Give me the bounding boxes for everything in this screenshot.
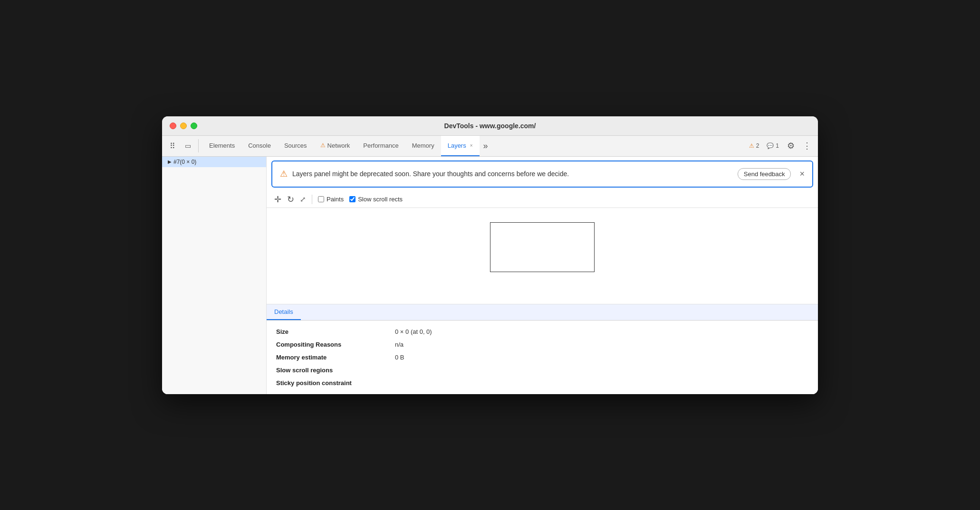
tab-actions: ⚠ 2 💬 1 ⚙ ⋮ [746,139,814,153]
detail-row-sticky: Sticky position constraint [276,377,808,389]
window-title: DevTools - www.google.com/ [444,122,536,130]
tab-memory-label: Memory [412,142,434,149]
more-options-button[interactable]: ⋮ [800,139,814,153]
banner-warning-icon: ⚠ [280,169,288,179]
layers-sidebar: ▶ #7(0 × 0) [162,157,267,394]
minimize-button[interactable] [180,123,187,129]
banner-message: Layers panel might be deprecated soon. S… [292,170,733,178]
detail-row-compositing: Compositing Reasons n/a [276,338,808,351]
banner-close-button[interactable]: × [799,169,805,179]
tab-sources[interactable]: Sources [278,135,314,156]
tab-console-label: Console [248,142,271,149]
detail-label-memory: Memory estimate [276,354,395,361]
maximize-button[interactable] [191,123,197,129]
main-content: ▶ #7(0 × 0) ⚠ Layers panel might be depr… [162,157,818,394]
detail-label-slow-scroll: Slow scroll regions [276,367,395,374]
details-section: Details [267,304,818,321]
network-warning-icon: ⚠ [320,142,326,149]
tab-layers-close[interactable]: × [470,143,473,148]
device-icon: ▭ [185,142,191,150]
layer-item-label: #7(0 × 0) [173,159,196,165]
tab-network[interactable]: ⚠ Network [314,135,357,156]
more-tabs-icon: » [483,141,488,151]
tab-layers[interactable]: Layers × [441,135,480,156]
tab-elements-label: Elements [209,142,235,149]
tab-layers-label: Layers [448,142,466,149]
detail-label-size: Size [276,328,395,335]
detail-value-size: 0 × 0 (at 0, 0) [395,328,432,335]
title-bar: DevTools - www.google.com/ [162,116,818,136]
warning-badge-count: 2 [756,142,759,149]
slow-scroll-label: Slow scroll rects [358,196,403,203]
traffic-lights [170,123,197,129]
selector-icon-button[interactable]: ⠿ [166,139,179,152]
detail-row-memory: Memory estimate 0 B [276,351,808,364]
tab-console[interactable]: Console [241,135,278,156]
more-options-icon: ⋮ [803,141,811,151]
tab-icon-group: ⠿ ▭ [166,139,199,152]
panel-area: ⚠ Layers panel might be deprecated soon.… [267,157,818,394]
info-badge-icon: 💬 [767,142,774,149]
slow-scroll-checkbox[interactable] [349,196,355,202]
tab-memory[interactable]: Memory [405,135,441,156]
info-badge-count: 1 [776,142,779,149]
tab-performance[interactable]: Performance [356,135,405,156]
detail-row-slow-scroll: Slow scroll regions [276,364,808,377]
layers-toolbar: ✛ ↻ ⤢ Paints Slow scroll rects [267,191,818,208]
detail-row-size: Size 0 × 0 (at 0, 0) [276,325,808,338]
tab-elements[interactable]: Elements [202,135,241,156]
detail-label-sticky: Sticky position constraint [276,379,395,387]
tab-network-label: Network [327,142,350,149]
warning-badge[interactable]: ⚠ 2 [746,142,762,150]
settings-button[interactable]: ⚙ [784,139,798,153]
toolbar-divider [312,195,312,204]
paints-checkbox[interactable] [318,196,324,202]
paints-checkbox-label[interactable]: Paints [318,196,344,203]
warning-badge-icon: ⚠ [749,142,754,149]
move-tool-icon[interactable]: ✛ [274,194,281,205]
details-tab[interactable]: Details [267,304,301,320]
settings-icon: ⚙ [787,141,795,151]
paints-label: Paints [327,196,344,203]
device-icon-button[interactable]: ▭ [181,139,194,152]
close-button[interactable] [170,123,176,129]
details-table: Size 0 × 0 (at 0, 0) Compositing Reasons… [267,321,818,394]
layer-arrow-icon: ▶ [168,159,172,164]
more-tabs-button[interactable]: » [480,141,492,151]
tab-bar: ⠿ ▭ Elements Console Sources ⚠ Network P… [162,136,818,157]
layer-visualization-box [490,222,595,272]
info-badge[interactable]: 💬 1 [764,142,782,150]
tab-sources-label: Sources [284,142,307,149]
selector-icon: ⠿ [170,142,175,151]
canvas-area [267,208,818,304]
devtools-window: DevTools - www.google.com/ ⠿ ▭ Elements … [162,116,818,394]
slow-scroll-checkbox-label[interactable]: Slow scroll rects [349,196,403,203]
rotate-tool-icon[interactable]: ↻ [287,194,294,205]
detail-label-compositing: Compositing Reasons [276,341,395,348]
deprecation-banner: ⚠ Layers panel might be deprecated soon.… [271,161,813,188]
tab-performance-label: Performance [363,142,398,149]
fit-tool-icon[interactable]: ⤢ [300,195,306,204]
devtools-container: ⠿ ▭ Elements Console Sources ⚠ Network P… [162,136,818,394]
detail-value-compositing: n/a [395,341,404,348]
send-feedback-button[interactable]: Send feedback [738,168,791,180]
layer-item-7[interactable]: ▶ #7(0 × 0) [162,157,266,167]
detail-value-memory: 0 B [395,354,404,361]
